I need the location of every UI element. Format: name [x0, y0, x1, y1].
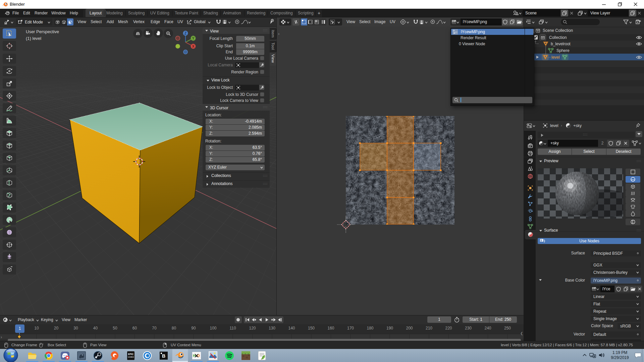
svg-text:EPIC: EPIC [128, 353, 133, 355]
svg-text:Y: Y [192, 37, 195, 40]
svg-text:X: X [192, 45, 195, 48]
svg-text:GAMES: GAMES [128, 356, 134, 358]
svg-text:B: B [162, 353, 165, 359]
svg-text:Z: Z [184, 32, 186, 35]
